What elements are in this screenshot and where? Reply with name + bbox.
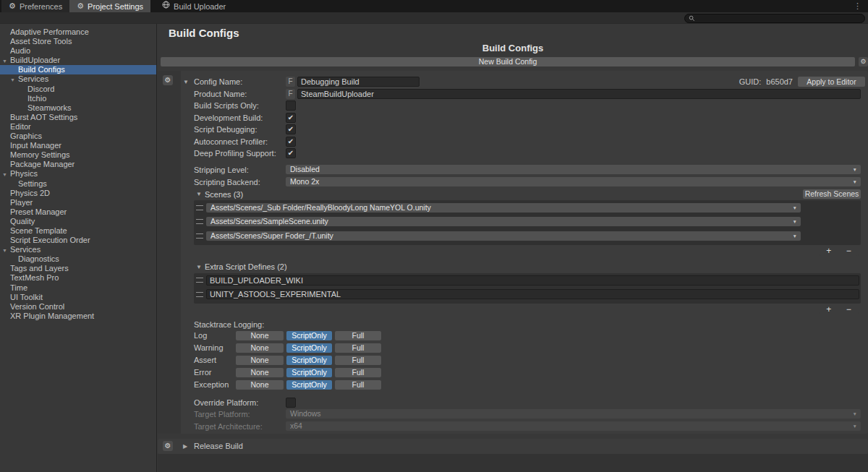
config-foldout-closed-icon[interactable]: ▶ bbox=[183, 443, 187, 450]
sidebar-item-xr-plugin-management[interactable]: XR Plugin Management bbox=[0, 312, 156, 321]
stacktrace-exception-scriptonly-button[interactable]: ScriptOnly bbox=[286, 380, 332, 390]
sidebar-item-services[interactable]: ▼Services bbox=[0, 74, 156, 84]
sidebar-item-steamworks[interactable]: Steamworks bbox=[0, 103, 156, 113]
sidebar-item-physics-2d[interactable]: Physics 2D bbox=[0, 189, 156, 198]
drag-handle-icon[interactable] bbox=[196, 233, 203, 239]
new-build-config-button[interactable]: New Build Config bbox=[161, 57, 855, 66]
sidebar-item-memory-settings[interactable]: Memory Settings bbox=[0, 150, 156, 160]
search-input[interactable] bbox=[684, 14, 865, 23]
stacktrace-assert-scriptonly-button[interactable]: ScriptOnly bbox=[286, 356, 332, 365]
sidebar-item-burst-aot-settings[interactable]: Burst AOT Settings bbox=[0, 113, 156, 122]
apply-to-editor-button[interactable]: Apply to Editor bbox=[798, 77, 865, 87]
sidebar-item-asset-store-tools[interactable]: Asset Store Tools bbox=[0, 37, 156, 46]
guid-value: b650d7 bbox=[766, 77, 793, 86]
add-define-button[interactable]: + bbox=[826, 304, 831, 314]
stacktrace-warning-none-button[interactable]: None bbox=[236, 343, 284, 353]
stacktrace-error-full-button[interactable]: Full bbox=[335, 368, 381, 377]
config-gear-button[interactable]: ⚙ bbox=[163, 75, 173, 85]
stacktrace-exception-none-button[interactable]: None bbox=[236, 380, 284, 390]
config-field-row: Build Scripts Only: bbox=[194, 100, 861, 111]
tab-project-settings[interactable]: ⚙ Project Settings bbox=[69, 0, 150, 12]
stacktrace-assert-full-button[interactable]: Full bbox=[335, 356, 381, 365]
define-input[interactable]: UNITY_ASTOOLS_EXPERIMENTAL bbox=[206, 289, 859, 299]
sidebar-item-diagnostics[interactable]: Diagnostics bbox=[0, 254, 156, 264]
remove-scene-button[interactable]: − bbox=[846, 246, 851, 256]
sidebar-item-build-configs[interactable]: Build Configs bbox=[0, 65, 156, 74]
sidebar-item-audio[interactable]: Audio bbox=[0, 46, 156, 56]
stacktrace-log-none-button[interactable]: None bbox=[236, 331, 284, 340]
stacktrace-row-label: Assert bbox=[194, 356, 236, 364]
define-input[interactable]: BUILD_UPLOADER_WIKI bbox=[206, 275, 859, 286]
drag-handle-icon[interactable] bbox=[196, 278, 203, 283]
release-build-config-section[interactable]: ⚙ ▶ Release Build bbox=[158, 439, 868, 454]
autoconnect-profiler-checkbox[interactable]: ✔ bbox=[286, 137, 296, 147]
stacktrace-log-full-button[interactable]: Full bbox=[335, 331, 381, 340]
script-debugging-checkbox[interactable]: ✔ bbox=[286, 124, 296, 134]
target-architecture-dropdown[interactable]: x64 ▼ bbox=[286, 421, 861, 431]
stacktrace-warning-scriptonly-button[interactable]: ScriptOnly bbox=[286, 343, 332, 353]
drag-handle-icon[interactable] bbox=[196, 219, 203, 224]
scene-dropdown[interactable]: Assets/Scenes/SampleScene.unity▼ bbox=[206, 217, 801, 226]
config-foldout-open-icon[interactable]: ▼ bbox=[183, 79, 189, 85]
build-scripts-only-checkbox[interactable] bbox=[286, 100, 296, 111]
remove-define-button[interactable]: − bbox=[846, 304, 851, 314]
add-scene-button[interactable]: + bbox=[826, 246, 831, 256]
sidebar-item-services[interactable]: ▼Services bbox=[0, 245, 156, 254]
sidebar-item-player[interactable]: Player bbox=[0, 198, 156, 207]
sidebar-item-time[interactable]: Time bbox=[0, 283, 156, 293]
refresh-scenes-button[interactable]: Refresh Scenes bbox=[803, 189, 861, 199]
sidebar-item-input-manager[interactable]: Input Manager bbox=[0, 141, 156, 150]
stacktrace-error-scriptonly-button[interactable]: ScriptOnly bbox=[286, 368, 332, 377]
drag-handle-icon[interactable] bbox=[196, 205, 203, 210]
field-label: Development Build: bbox=[194, 113, 286, 122]
sidebar-item-preset-manager[interactable]: Preset Manager bbox=[0, 207, 156, 217]
sidebar-item-scene-template[interactable]: Scene Template bbox=[0, 226, 156, 236]
sidebar-item-settings[interactable]: Settings bbox=[0, 179, 156, 189]
sidebar-item-quality[interactable]: Quality bbox=[0, 217, 156, 226]
overflow-menu-icon[interactable]: ⋮ bbox=[847, 0, 868, 12]
stacktrace-error-none-button[interactable]: None bbox=[236, 368, 284, 377]
target-platform-row: Target Platform: Windows ▼ bbox=[194, 409, 861, 419]
field-prefix-box[interactable]: F bbox=[286, 89, 295, 99]
scene-dropdown[interactable]: Assets/Scenes/_Sub Folder/ReallyBloodyLo… bbox=[206, 203, 801, 213]
sidebar-item-textmesh-pro[interactable]: TextMesh Pro bbox=[0, 273, 156, 283]
configs-gear-button[interactable]: ⚙ bbox=[859, 57, 868, 66]
stacktrace-warning-full-button[interactable]: Full bbox=[335, 343, 381, 353]
stacktrace-exception-full-button[interactable]: Full bbox=[335, 380, 381, 390]
sidebar-item-label: XR Plugin Management bbox=[10, 312, 94, 320]
stacktrace-log-scriptonly-button[interactable]: ScriptOnly bbox=[286, 331, 332, 340]
sidebar-item-discord[interactable]: Discord bbox=[0, 85, 156, 94]
field-prefix-box[interactable]: F bbox=[286, 77, 295, 87]
product-name-input[interactable]: SteamBuildUploader bbox=[297, 89, 861, 99]
target-platform-dropdown[interactable]: Windows ▼ bbox=[286, 409, 861, 419]
sidebar-item-adaptive-performance[interactable]: Adaptive Performance bbox=[0, 27, 156, 37]
sidebar-item-version-control[interactable]: Version Control bbox=[0, 302, 156, 312]
sidebar-item-package-manager[interactable]: Package Manager bbox=[0, 160, 156, 169]
deep-profiling-support-checkbox[interactable]: ✔ bbox=[286, 148, 296, 158]
config-name-input[interactable]: Debugging Build bbox=[297, 77, 420, 87]
build-uploader-icon bbox=[162, 0, 170, 12]
sidebar-item-graphics[interactable]: Graphics bbox=[0, 132, 156, 141]
sidebar-item-ui-toolkit[interactable]: UI Toolkit bbox=[0, 293, 156, 302]
sidebar-item-builduploader[interactable]: ▼BuildUploader bbox=[0, 56, 156, 65]
sidebar-item-editor[interactable]: Editor bbox=[0, 122, 156, 132]
sidebar-item-script-execution-order[interactable]: Script Execution Order bbox=[0, 236, 156, 245]
tab-preferences[interactable]: ⚙ Preferences bbox=[1, 0, 69, 12]
foldout-open-icon[interactable]: ▼ bbox=[196, 191, 202, 197]
override-platform-checkbox[interactable] bbox=[286, 398, 296, 408]
scripting-backend-dropdown[interactable]: Mono 2x▼ bbox=[286, 177, 861, 186]
sidebar-item-label: Settings bbox=[18, 179, 47, 188]
tab-build-uploader[interactable]: Build Uploader bbox=[155, 0, 233, 12]
sidebar-item-tags-and-layers[interactable]: Tags and Layers bbox=[0, 264, 156, 273]
sidebar-item-label: Steamworks bbox=[27, 103, 72, 112]
stripping-level-dropdown[interactable]: Disabled▼ bbox=[286, 165, 861, 174]
sidebar-item-itchio[interactable]: Itchio bbox=[0, 94, 156, 103]
foldout-open-icon[interactable]: ▼ bbox=[196, 264, 202, 270]
config-gear-button[interactable]: ⚙ bbox=[163, 441, 173, 451]
stacktrace-assert-none-button[interactable]: None bbox=[236, 356, 284, 365]
sidebar-item-physics[interactable]: ▼Physics bbox=[0, 169, 156, 179]
field-label: Scripting Backend: bbox=[194, 178, 286, 186]
development-build-checkbox[interactable]: ✔ bbox=[286, 113, 296, 123]
scene-dropdown[interactable]: Assets/Scenes/Super Foder_/T.unity▼ bbox=[206, 231, 801, 241]
drag-handle-icon[interactable] bbox=[196, 292, 203, 297]
